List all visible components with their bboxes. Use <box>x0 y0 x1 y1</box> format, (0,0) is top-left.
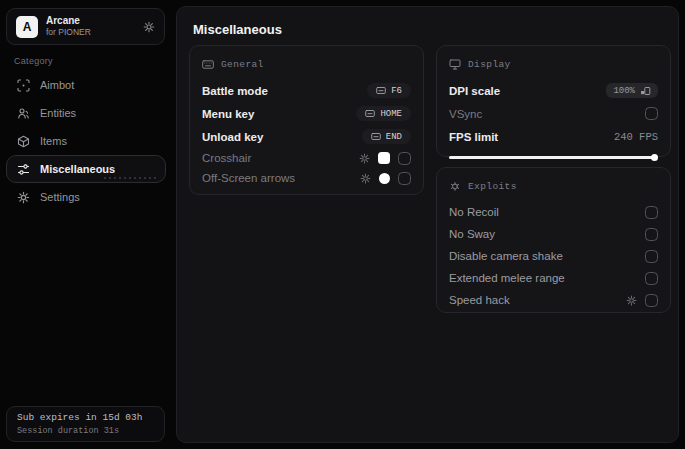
setting-row-speed-hack: Speed hack <box>449 289 658 311</box>
display-card-header: Display <box>449 56 658 72</box>
sidebar-item-label: Miscellaneous <box>40 163 115 175</box>
display-header-label: Display <box>468 59 511 70</box>
setting-row-disable-camera-shake: Disable camera shake <box>449 245 658 267</box>
sidebar: A Arcane for PIONER Category <box>0 0 172 449</box>
crosshair-color-swatch[interactable] <box>378 152 390 164</box>
subscription-card: Sub expires in 15d 03h Session duration … <box>6 406 165 442</box>
battle-mode-label: Battle mode <box>202 85 268 97</box>
app-header-card: A Arcane for PIONER <box>6 8 165 45</box>
gear-icon[interactable] <box>143 21 155 33</box>
cube-icon <box>17 135 30 148</box>
general-card: General Battle mode F6 Menu key <box>189 45 424 195</box>
keyboard-icon <box>202 60 214 69</box>
gear-icon[interactable] <box>360 173 371 184</box>
selected-item-dots-decoration <box>104 177 156 179</box>
keybind-value: F6 <box>391 86 402 96</box>
vsync-label: VSync <box>449 108 482 120</box>
gear-icon[interactable] <box>359 153 370 164</box>
keyboard-icon <box>376 87 386 94</box>
slider-knob[interactable] <box>651 154 658 161</box>
dpi-scale-chip[interactable]: 100% <box>606 83 658 98</box>
disable-camera-shake-checkbox[interactable] <box>645 250 658 263</box>
sliders-icon <box>17 163 30 176</box>
sidebar-item-entities[interactable]: Entities <box>6 99 166 127</box>
extended-melee-range-label: Extended melee range <box>449 272 565 284</box>
disable-camera-shake-label: Disable camera shake <box>449 250 563 262</box>
setting-row-dpi-scale: DPI scale 100% <box>449 79 658 102</box>
entities-icon <box>17 107 30 120</box>
setting-row-battle-mode: Battle mode F6 <box>202 79 411 102</box>
extended-melee-range-checkbox[interactable] <box>645 272 658 285</box>
setting-row-fps-limit: FPS limit 240 FPS <box>449 125 658 148</box>
crosshair-label: Crosshair <box>202 152 251 164</box>
sidebar-item-miscellaneous[interactable]: Miscellaneous <box>6 155 166 183</box>
speed-hack-label: Speed hack <box>449 294 510 306</box>
sidebar-item-items[interactable]: Items <box>6 127 166 155</box>
sidebar-item-settings[interactable]: Settings <box>6 183 166 211</box>
unload-key-keybind-chip[interactable]: END <box>362 129 411 144</box>
sidebar-item-label: Items <box>40 135 67 147</box>
keyboard-icon <box>371 133 381 140</box>
no-sway-checkbox[interactable] <box>645 228 658 241</box>
slider-track[interactable] <box>449 156 656 159</box>
no-sway-label: No Sway <box>449 228 495 240</box>
app-window: A Arcane for PIONER Category <box>0 0 685 449</box>
app-title: Arcane <box>46 15 91 27</box>
setting-row-offscreen-arrows: Off-Screen arrows <box>202 168 411 188</box>
dpi-scale-value: 100% <box>613 86 635 96</box>
setting-row-menu-key: Menu key HOME <box>202 102 411 125</box>
vsync-checkbox[interactable] <box>645 107 658 120</box>
sidebar-item-label: Aimbot <box>40 79 74 91</box>
page-title: Miscellaneous <box>193 22 282 37</box>
menu-key-keybind-chip[interactable]: HOME <box>356 106 411 121</box>
keybind-value: HOME <box>380 109 402 119</box>
sidebar-item-label: Settings <box>40 191 80 203</box>
crosshair-checkbox[interactable] <box>398 152 411 165</box>
dpi-scale-label: DPI scale <box>449 85 500 97</box>
gear-icon[interactable] <box>626 295 637 306</box>
setting-row-unload-key: Unload key END <box>202 125 411 148</box>
menu-key-label: Menu key <box>202 108 254 120</box>
exploits-card-header: Exploits <box>449 178 658 194</box>
sidebar-nav: Aimbot Entities <box>6 71 166 211</box>
no-recoil-checkbox[interactable] <box>645 206 658 219</box>
app-logo: A <box>16 16 38 38</box>
main-panel: Miscellaneous General Battle mode <box>176 6 679 443</box>
keybind-value: END <box>386 132 402 142</box>
general-header-label: General <box>221 59 264 70</box>
gear-icon <box>17 191 30 204</box>
setting-row-no-recoil: No Recoil <box>449 201 658 223</box>
app-text: Arcane for PIONER <box>46 15 91 38</box>
fps-limit-label: FPS limit <box>449 131 498 143</box>
sidebar-item-aimbot[interactable]: Aimbot <box>6 71 166 99</box>
fps-limit-value: 240 FPS <box>614 131 658 143</box>
display-card: Display DPI scale 100% VSync <box>436 45 671 157</box>
offscreen-arrows-checkbox[interactable] <box>398 172 411 185</box>
app-subtitle: for PIONER <box>46 28 91 38</box>
general-card-header: General <box>202 56 411 72</box>
offscreen-arrows-color-swatch[interactable] <box>379 173 390 184</box>
unload-key-label: Unload key <box>202 131 263 143</box>
bug-icon <box>449 180 461 192</box>
speed-hack-checkbox[interactable] <box>645 294 658 307</box>
display-scale-icon <box>640 86 651 96</box>
fps-limit-slider[interactable] <box>449 153 658 161</box>
keyboard-icon <box>365 110 375 117</box>
setting-row-no-sway: No Sway <box>449 223 658 245</box>
crosshair-scan-icon <box>17 79 30 92</box>
setting-row-vsync: VSync <box>449 102 658 125</box>
session-duration-text: Session duration 31s <box>17 426 154 436</box>
category-label: Category <box>14 56 53 66</box>
sub-expires-text: Sub expires in 15d 03h <box>17 412 154 423</box>
monitor-icon <box>449 59 461 70</box>
sidebar-item-label: Entities <box>40 107 76 119</box>
setting-row-crosshair: Crosshair <box>202 148 411 168</box>
setting-row-extended-melee-range: Extended melee range <box>449 267 658 289</box>
no-recoil-label: No Recoil <box>449 206 499 218</box>
battle-mode-keybind-chip[interactable]: F6 <box>367 83 411 98</box>
exploits-header-label: Exploits <box>468 181 517 192</box>
exploits-card: Exploits No Recoil No Sway Disable camer… <box>436 167 671 313</box>
offscreen-arrows-label: Off-Screen arrows <box>202 172 295 184</box>
